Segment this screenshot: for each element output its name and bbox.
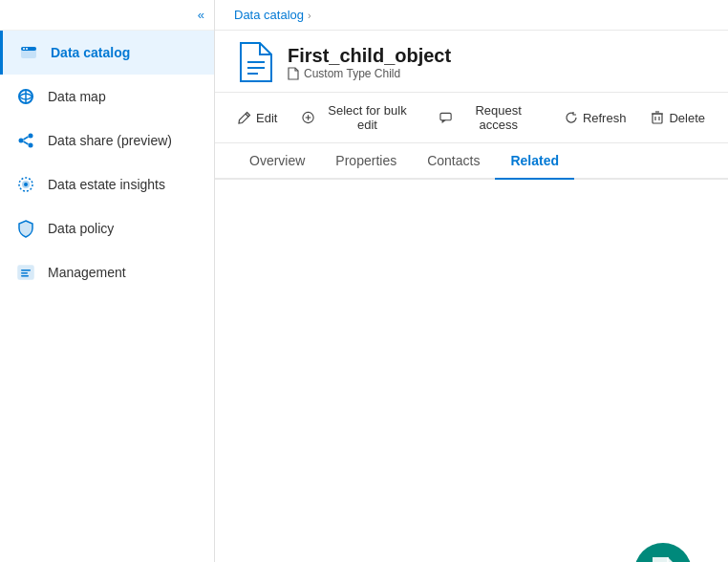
sidebar-item-data-map[interactable]: Data map: [0, 75, 214, 119]
plus-circle-icon: [302, 111, 314, 124]
sidebar-label-data-map: Data map: [48, 89, 106, 104]
asset-type: Custom Type Child: [304, 67, 400, 80]
edit-icon: [238, 111, 251, 124]
sidebar: « Data catalog Data map: [0, 0, 215, 562]
svg-rect-25: [440, 113, 451, 119]
data-share-icon: [15, 130, 36, 151]
tabs-bar: Overview Properties Contacts Related: [215, 143, 728, 180]
svg-point-12: [24, 183, 28, 186]
select-bulk-button[interactable]: Select for bulk edit: [298, 100, 418, 135]
svg-line-10: [24, 141, 29, 144]
sidebar-label-data-estate: Data estate insights: [48, 177, 165, 192]
delete-button[interactable]: Delete: [647, 108, 709, 128]
main-node-doc-icon: [649, 555, 677, 562]
svg-point-8: [29, 143, 33, 148]
sidebar-item-management[interactable]: Management: [0, 250, 214, 294]
svg-point-2: [23, 48, 25, 50]
toolbar: Edit Select for bulk edit Request access…: [215, 93, 728, 143]
edit-button[interactable]: Edit: [234, 108, 281, 128]
data-catalog-icon: [18, 42, 39, 63]
svg-rect-26: [653, 114, 662, 123]
sidebar-label-data-share: Data share (preview): [48, 133, 172, 148]
svg-point-6: [29, 134, 33, 139]
graph-canvas: custom_type_child Parent: [215, 180, 728, 562]
breadcrumb-root[interactable]: Data catalog: [234, 8, 304, 22]
svg-point-3: [26, 48, 28, 50]
tab-contacts[interactable]: Contacts: [412, 143, 495, 180]
management-icon: [15, 262, 36, 283]
main-content: Data catalog › First_child_object Custom…: [215, 0, 728, 562]
collapse-icon[interactable]: «: [198, 8, 204, 22]
svg-line-9: [24, 137, 29, 140]
breadcrumb-chevron: ›: [308, 10, 311, 21]
tab-overview[interactable]: Overview: [234, 143, 320, 180]
refresh-button[interactable]: Refresh: [561, 108, 631, 128]
breadcrumb: Data catalog ›: [215, 0, 728, 31]
delete-icon: [651, 111, 664, 124]
sidebar-item-data-policy[interactable]: Data policy: [0, 206, 214, 250]
chat-icon: [439, 111, 452, 124]
header-subtitle: Custom Type Child: [288, 67, 451, 80]
page-title: First_child_object: [288, 45, 451, 67]
sidebar-item-data-share[interactable]: Data share (preview): [0, 119, 214, 162]
subtitle-doc-icon: [288, 67, 299, 80]
svg-rect-15: [21, 270, 31, 271]
request-access-button[interactable]: Request access: [436, 100, 543, 135]
main-node[interactable]: custom_type_child: [611, 543, 715, 562]
page-header: First_child_object Custom Type Child: [215, 31, 728, 93]
sidebar-label-data-policy: Data policy: [48, 221, 114, 236]
sidebar-item-data-catalog[interactable]: Data catalog: [0, 31, 214, 75]
data-map-icon: [15, 86, 36, 107]
svg-point-7: [19, 139, 24, 143]
data-policy-icon: [15, 218, 36, 239]
main-node-circle: [634, 543, 692, 562]
tab-related[interactable]: Related: [495, 143, 574, 180]
svg-line-21: [246, 114, 248, 117]
svg-rect-17: [21, 275, 29, 277]
sidebar-item-data-estate[interactable]: Data estate insights: [0, 162, 214, 206]
sidebar-collapse-btn[interactable]: «: [0, 0, 214, 31]
asset-icon: [234, 42, 274, 82]
related-graph-area: custom_type_child Parent: [215, 180, 728, 562]
sidebar-label-data-catalog: Data catalog: [51, 45, 130, 60]
header-text: First_child_object Custom Type Child: [288, 45, 451, 80]
sidebar-label-management: Management: [48, 265, 126, 280]
graph-svg: [215, 180, 728, 562]
data-estate-icon: [15, 174, 36, 195]
tab-properties[interactable]: Properties: [320, 143, 412, 180]
svg-rect-16: [21, 272, 28, 274]
refresh-icon: [565, 111, 578, 124]
